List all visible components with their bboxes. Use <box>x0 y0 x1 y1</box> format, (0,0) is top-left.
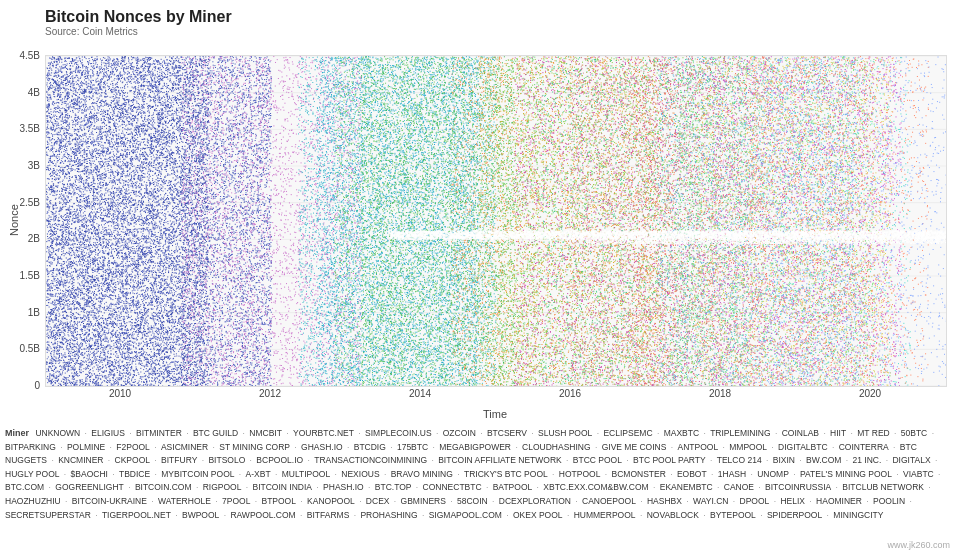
miner-label: BITFURY <box>161 455 197 465</box>
scatter-chart <box>45 55 947 387</box>
miner-label: TBDICE <box>119 469 150 479</box>
miner-label: HAOZHUZHIU <box>5 496 61 506</box>
miner-label: XBTC.EXX.COM&BW.COM <box>543 482 648 492</box>
x-tick: 2020 <box>859 388 881 399</box>
miner-label: MYBITCOIN POOL <box>161 469 234 479</box>
miner-separator: · <box>149 496 156 506</box>
miner-separator: · <box>748 469 755 479</box>
miner-label: BTPOOL <box>261 496 295 506</box>
miner-label: BTC GUILD <box>193 428 238 438</box>
miner-label: HASHBX <box>647 496 682 506</box>
miner-separator: · <box>668 469 675 479</box>
miner-prefix-label: Miner <box>5 428 29 438</box>
miner-label: BTCDIG <box>354 442 386 452</box>
miner-separator: · <box>61 469 68 479</box>
x-tick: 2018 <box>709 388 731 399</box>
miner-separator: · <box>448 496 455 506</box>
x-tick: 2016 <box>559 388 581 399</box>
miner-label: BTCC POOL <box>573 455 622 465</box>
miner-list: UNKNOWN · ELIGIUS · BITMINTER · BTC GUIL… <box>5 428 942 520</box>
miner-label: MT RED <box>857 428 889 438</box>
miner-label: BITPARKING <box>5 442 56 452</box>
miner-separator: · <box>933 455 938 465</box>
miner-separator: · <box>284 428 291 438</box>
miner-label: POOLIN <box>873 496 905 506</box>
miner-label: GHASH.IO <box>301 442 343 452</box>
miner-separator: · <box>891 442 898 452</box>
miner-separator: · <box>926 482 931 492</box>
miner-separator: · <box>63 496 70 506</box>
miner-separator: · <box>357 496 364 506</box>
miner-separator: · <box>638 510 645 520</box>
miner-separator: · <box>332 469 339 479</box>
miner-separator: · <box>351 510 358 520</box>
miner-label: MEGABIGPOWER <box>439 442 511 452</box>
miner-label: BITCOIN.COM <box>135 482 192 492</box>
miner-label: 50BTC <box>901 428 927 438</box>
miner-label: BITMINTER <box>136 428 182 438</box>
miner-label: UNKNOWN <box>35 428 80 438</box>
miner-separator: · <box>152 455 159 465</box>
miner-label: DCEX <box>366 496 390 506</box>
miner-label: GOGREENLIGHT <box>55 482 123 492</box>
miner-label: TRIPLEMINING <box>710 428 770 438</box>
y-tick: 3.5B <box>19 123 40 134</box>
miner-separator: · <box>356 428 363 438</box>
miner-separator: · <box>110 469 117 479</box>
miner-label: 21 INC. <box>853 455 882 465</box>
miner-label: TELCO 214 <box>717 455 762 465</box>
miner-label: UNOMP <box>757 469 789 479</box>
miner-label: POLMINE <box>67 442 105 452</box>
miner-separator: · <box>478 428 485 438</box>
miner-separator: · <box>298 510 305 520</box>
miner-separator: · <box>655 428 662 438</box>
miner-label: COINLAB <box>782 428 819 438</box>
miner-separator: · <box>807 496 814 506</box>
miner-separator: · <box>773 428 780 438</box>
x-tick: 2012 <box>259 388 281 399</box>
miner-separator: · <box>638 496 645 506</box>
miner-separator: · <box>305 455 312 465</box>
miner-separator: · <box>565 510 572 520</box>
miner-label: SIMPLECOIN.US <box>365 428 432 438</box>
miner-label: BITCOINRUSSIA <box>765 482 831 492</box>
miner-separator: · <box>484 482 491 492</box>
y-tick: 0.5B <box>19 343 40 354</box>
miner-separator: · <box>127 428 134 438</box>
miner-separator: · <box>236 469 243 479</box>
miner-label: DPOOL <box>740 496 770 506</box>
miner-label: BITCOIN AFFILIATE NETWORK <box>438 455 562 465</box>
miner-separator: · <box>864 496 871 506</box>
miner-separator: · <box>708 455 715 465</box>
x-tick: 2010 <box>109 388 131 399</box>
miner-separator: · <box>534 482 541 492</box>
miner-separator: · <box>93 510 100 520</box>
miner-label: MAXBTC <box>664 428 699 438</box>
miner-separator: · <box>194 482 201 492</box>
miner-separator: · <box>550 469 557 479</box>
miner-label: DIGITALBTC <box>778 442 827 452</box>
miner-label: OKEX POOL <box>513 510 563 520</box>
miner-label: BITFARMS <box>307 510 350 520</box>
miner-label: SLUSH POOL <box>538 428 592 438</box>
miner-label: 58COIN <box>457 496 488 506</box>
miner-label: A-XBT <box>246 469 271 479</box>
miner-separator: · <box>455 469 462 479</box>
miner-label: OZCOIN <box>443 428 476 438</box>
miner-label: TRICKY'S BTC POOL <box>464 469 548 479</box>
miner-separator: · <box>624 455 631 465</box>
miner-label: BTC POOL PARTY <box>633 455 706 465</box>
miner-separator: · <box>152 469 159 479</box>
miner-label: ELIGIUS <box>91 428 125 438</box>
miner-separator: · <box>651 482 658 492</box>
miner-separator: · <box>105 455 112 465</box>
miner-label: BWPOOL <box>182 510 219 520</box>
miner-separator: · <box>529 428 536 438</box>
miner-label: KANOPOOL <box>307 496 355 506</box>
miner-separator: · <box>413 482 420 492</box>
miner-separator: · <box>573 496 580 506</box>
miner-label: DCEXPLORATION <box>499 496 571 506</box>
miner-label: BITCOIN-UKRAINE <box>72 496 147 506</box>
miner-separator: · <box>273 469 280 479</box>
miner-separator: · <box>388 442 395 452</box>
